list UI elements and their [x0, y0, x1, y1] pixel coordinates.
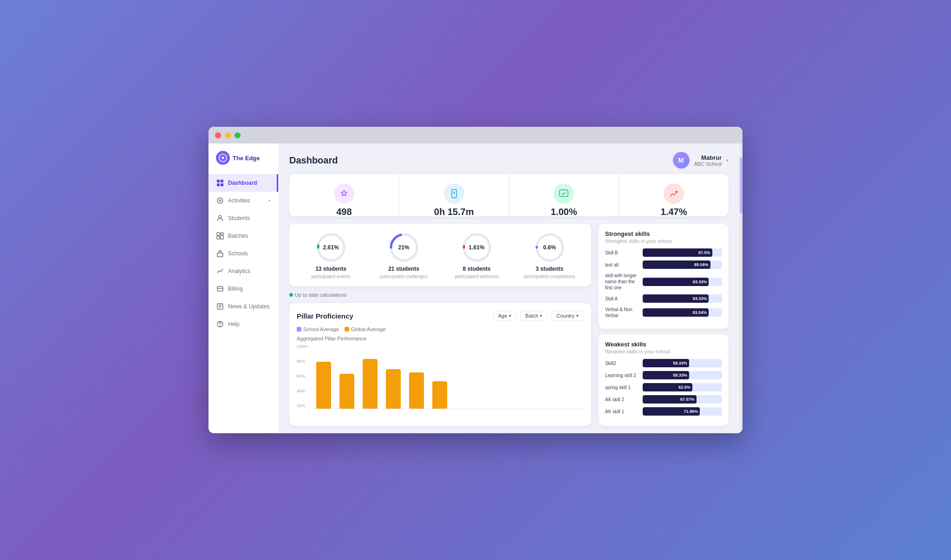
filter-label-batch: Batch — [525, 313, 538, 319]
bar-1 — [339, 374, 354, 409]
bar-0 — [316, 362, 331, 409]
bar-wrapper-0 — [316, 344, 331, 409]
skill-row-0: Skill2 58.33% — [605, 359, 722, 367]
skills-column: Strongest skills Strongest skills in you… — [599, 224, 729, 426]
sidebar-item-dashboard[interactable]: Dashboard — [208, 174, 278, 192]
bar-3 — [386, 369, 401, 409]
stat-value-1: 0h 15.7m — [434, 207, 474, 216]
left-section: 2.61% 13 students participated events 21… — [289, 224, 591, 426]
bar-wrapper-1 — [339, 344, 354, 409]
pillar-title: Pillar Proficiency — [297, 312, 353, 320]
pillar-section: Pillar Proficiency Age ▾Batch ▾Country ▾… — [289, 303, 591, 426]
chart-y-label: 100% — [297, 344, 312, 349]
header: Dashboard M Mabrur ABC School ▾ — [278, 143, 740, 174]
filter-country[interactable]: Country ▾ — [551, 311, 584, 321]
chart-y-label: 40% — [297, 389, 312, 393]
nav-label-dashboard: Dashboard — [228, 180, 257, 186]
user-dropdown-icon[interactable]: ▾ — [726, 158, 729, 163]
circle-0: 2.61% — [315, 231, 347, 264]
circle-1: 21% — [388, 231, 420, 264]
logo-area: The Edge — [208, 151, 278, 174]
sidebar-item-news[interactable]: News & Updates — [208, 298, 278, 315]
nav-icon-analytics — [216, 267, 224, 275]
chart-y-label: 80% — [297, 359, 312, 364]
skill-row-2: spring skill 1 62.5% — [605, 383, 722, 391]
skill-label-2: 62.5% — [678, 385, 690, 390]
progress-students-1: 21 students — [388, 266, 419, 272]
skill-name-1: Learning skill 2 — [605, 372, 640, 378]
pillar-subtitle: Aggregated Pillar Performance — [297, 336, 584, 341]
legend-item-global-average: Global Average — [345, 326, 386, 332]
nav-label-students: Students — [228, 215, 250, 221]
chart-y-label: 20% — [297, 404, 312, 408]
close-button[interactable] — [215, 132, 221, 138]
sidebar-item-analytics[interactable]: Analytics — [208, 262, 278, 280]
skill-track-4: 83.04% — [643, 308, 722, 317]
skill-label-3: 83.33% — [693, 296, 707, 301]
maximize-button[interactable] — [234, 132, 241, 138]
skill-track-0: 58.33% — [643, 359, 722, 367]
sidebar-item-activities[interactable]: Activities ▾ — [208, 192, 278, 209]
progress-label-3: participated competitions — [524, 274, 575, 279]
skill-fill-4: 83.04% — [643, 308, 709, 317]
skill-fill-0: 58.33% — [643, 359, 689, 367]
weakest-title: Weakest skills — [605, 341, 722, 348]
strongest-skills-list: Skill B 87.5% test all 85.09% skill with… — [605, 248, 722, 319]
skill-track-2: 83.33% — [643, 278, 722, 286]
skill-row-4: Verbal & Non Verbal 83.04% — [605, 306, 722, 319]
sidebar-item-help[interactable]: Help — [208, 315, 278, 333]
skill-row-0: Skill B 87.5% — [605, 248, 722, 257]
user-area[interactable]: M Mabrur ABC School ▾ — [673, 152, 729, 169]
scrollbar-thumb[interactable] — [740, 157, 743, 213]
bar-wrapper-2 — [363, 344, 378, 409]
skill-fill-1: 85.09% — [643, 260, 710, 269]
stat-icon-3 — [664, 183, 684, 204]
nav-icon-batches — [216, 232, 224, 240]
skill-track-3: 83.33% — [643, 294, 722, 303]
bar-4 — [409, 372, 424, 409]
nav-icon-help — [216, 320, 224, 328]
minimize-button[interactable] — [225, 132, 231, 138]
svg-rect-21 — [452, 189, 456, 198]
user-school: ABC School — [694, 161, 722, 167]
circle-text-3: 0.6% — [543, 244, 556, 251]
legend-item-school-average: School Average — [297, 326, 339, 332]
nav-label-news: News & Updates — [228, 303, 269, 310]
filter-chevron-country: ▾ — [576, 313, 579, 318]
chart-area — [312, 344, 584, 409]
sidebar-item-billing[interactable]: Billing — [208, 280, 278, 298]
svg-rect-9 — [221, 233, 223, 234]
svg-rect-12 — [217, 253, 223, 257]
svg-rect-4 — [221, 183, 223, 186]
stat-card-3: 1.47% Average Grade — [619, 174, 729, 216]
legend-dot — [345, 327, 349, 332]
bar-5 — [432, 381, 447, 409]
skill-row-2: skill with longer name than the first on… — [605, 273, 722, 291]
filter-row: Age ▾Batch ▾Country ▾ — [493, 311, 584, 321]
weakest-skills-card: Weakest skills Weakest skills in your sc… — [599, 334, 729, 426]
strongest-subtitle: Strongest skills in your school — [605, 238, 722, 244]
skill-name-4: AK skill 1 — [605, 409, 640, 415]
stat-value-3: 1.47% — [661, 207, 687, 216]
skill-track-2: 62.5% — [643, 383, 722, 391]
filter-chevron-age: ▾ — [509, 313, 511, 318]
chart-y-label: 60% — [297, 374, 312, 378]
stat-icon-1 — [444, 183, 464, 204]
skill-label-2: 83.33% — [693, 280, 707, 284]
filter-age[interactable]: Age ▾ — [493, 311, 517, 321]
avatar: M — [673, 152, 690, 169]
nav-chevron-activities: ▾ — [268, 198, 271, 203]
sidebar-item-schools[interactable]: Schools — [208, 245, 278, 262]
filter-batch[interactable]: Batch ▾ — [520, 311, 547, 321]
skill-fill-3: 67.57% — [643, 395, 697, 404]
skill-row-1: test all 85.09% — [605, 260, 722, 269]
progress-label-2: participated webinars — [455, 274, 499, 279]
nav-label-help: Help — [228, 321, 240, 327]
skill-name-0: Skill2 — [605, 360, 640, 366]
sidebar-item-students[interactable]: Students — [208, 209, 278, 227]
sidebar-item-batches[interactable]: Batches — [208, 227, 278, 245]
svg-rect-8 — [217, 233, 220, 235]
circle-2: 1.61% — [461, 231, 493, 264]
pillar-header: Pillar Proficiency Age ▾Batch ▾Country ▾ — [297, 311, 584, 321]
scrollbar[interactable] — [740, 143, 743, 433]
